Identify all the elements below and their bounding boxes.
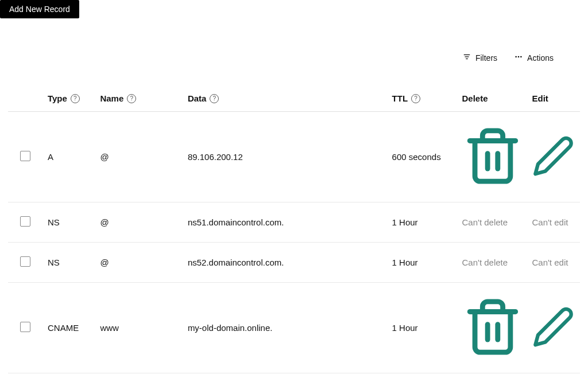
help-icon[interactable]: ? (71, 94, 80, 103)
record-ttl: 1 Hour (388, 373, 458, 382)
header-ttl: TTL (392, 93, 408, 103)
record-data: _domainconnect.gd.domaincontrol.com. (183, 373, 388, 382)
header-name: Name (100, 93, 123, 103)
dns-records-table: Type ? Name ? Data ? (8, 85, 580, 382)
delete-icon[interactable] (462, 349, 523, 359)
help-icon[interactable]: ? (411, 94, 420, 103)
record-data: 89.106.200.12 (183, 112, 388, 202)
record-name: @ (95, 242, 183, 282)
record-name: @ (95, 112, 183, 202)
svg-point-3 (515, 56, 517, 58)
cant-edit-text: Can't edit (532, 258, 568, 267)
ellipsis-icon (514, 53, 523, 63)
filter-icon (463, 53, 471, 63)
record-data: ns51.domaincontrol.com. (183, 202, 388, 242)
header-data: Data (188, 93, 207, 103)
record-type: CNAME (43, 373, 95, 382)
record-type: NS (43, 202, 95, 242)
cant-edit-text: Can't edit (532, 217, 568, 227)
record-data: my-old-domain.online. (183, 282, 388, 373)
header-type: Type (48, 93, 67, 103)
add-new-record-button[interactable]: Add New Record (0, 0, 79, 18)
row-checkbox[interactable] (20, 322, 30, 332)
table-row: CNAMEwwwmy-old-domain.online.1 Hour (8, 282, 580, 373)
delete-icon[interactable] (462, 178, 523, 188)
record-type: NS (43, 242, 95, 282)
help-icon[interactable]: ? (127, 94, 136, 103)
row-checkbox[interactable] (20, 151, 30, 161)
row-checkbox[interactable] (20, 256, 30, 267)
help-icon[interactable]: ? (210, 94, 219, 103)
edit-icon[interactable] (532, 170, 575, 180)
cant-delete-text: Can't delete (462, 217, 508, 227)
table-row: A@89.106.200.12600 seconds (8, 112, 580, 202)
filters-button[interactable]: Filters (463, 53, 497, 63)
record-name: @ (95, 202, 183, 242)
record-name: www (95, 282, 183, 373)
record-data: ns52.domaincontrol.com. (183, 242, 388, 282)
svg-point-4 (518, 56, 520, 58)
dns-records-table-container: Type ? Name ? Data ? (0, 85, 588, 382)
record-type: CNAME (43, 282, 95, 373)
table-row: NS@ns52.domaincontrol.com.1 HourCan't de… (8, 242, 580, 282)
edit-icon[interactable] (532, 341, 575, 350)
record-type: A (43, 112, 95, 202)
cant-delete-text: Can't delete (462, 258, 508, 267)
actions-label: Actions (527, 53, 554, 63)
actions-button[interactable]: Actions (514, 53, 554, 63)
record-ttl: 1 Hour (388, 242, 458, 282)
filters-label: Filters (475, 53, 497, 63)
table-row: NS@ns51.domaincontrol.com.1 HourCan't de… (8, 202, 580, 242)
record-ttl: 600 seconds (388, 112, 458, 202)
header-edit: Edit (532, 93, 548, 103)
record-name: _domainconnect (95, 373, 183, 382)
row-checkbox[interactable] (20, 216, 30, 227)
svg-point-5 (520, 56, 522, 58)
record-ttl: 1 Hour (388, 202, 458, 242)
record-ttl: 1 Hour (388, 282, 458, 373)
toolbar: Filters Actions (0, 47, 588, 68)
table-row: CNAME_domainconnect_domainconnect.gd.dom… (8, 373, 580, 382)
header-delete: Delete (462, 93, 488, 103)
